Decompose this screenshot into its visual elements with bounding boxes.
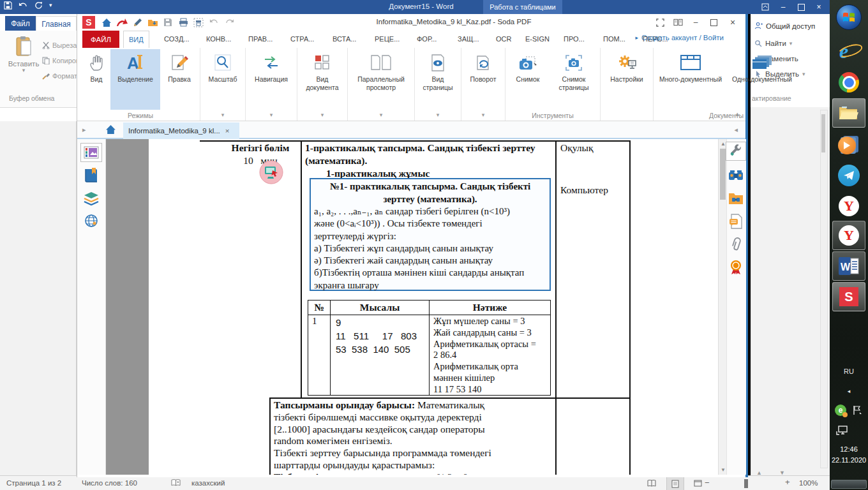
zoom-out-button[interactable]: − <box>705 478 710 487</box>
soda-maximize-button[interactable] <box>705 15 722 29</box>
create-account-link[interactable]: ▸ Создать аккаунт / Войти <box>635 34 724 41</box>
read-mode-icon[interactable] <box>669 15 687 29</box>
clock-time[interactable]: 12:46 <box>830 445 868 453</box>
pdf-document-tab[interactable]: Informatika_Metodika_9 kl... × <box>123 122 239 139</box>
page-snapshot-button[interactable]: Снимок страницы <box>549 49 599 110</box>
signature-panel-button[interactable] <box>726 258 746 277</box>
read-mode-button[interactable] <box>643 477 660 489</box>
word-restore-button[interactable] <box>791 0 811 14</box>
taskbar-telegram[interactable] <box>832 161 865 190</box>
attachments-panel-button[interactable] <box>726 235 746 254</box>
comments-panel-button[interactable] <box>726 212 746 231</box>
word-tab-file[interactable]: Файл <box>5 16 36 31</box>
soda-close-button[interactable]: × <box>724 15 742 29</box>
taskbar-chrome[interactable] <box>832 68 865 97</box>
tab-view[interactable]: ВИД <box>123 31 149 48</box>
word-ribbon-options-icon[interactable] <box>756 0 775 14</box>
home-icon[interactable] <box>99 15 114 29</box>
edit-pen-icon[interactable] <box>130 15 145 29</box>
show-hidden-icons-button[interactable]: ◂ <box>830 388 868 394</box>
redo-icon[interactable] <box>221 15 237 29</box>
cut-button[interactable]: Вырезать <box>42 38 77 52</box>
open-folder-icon[interactable] <box>145 15 160 29</box>
web-layout-button[interactable] <box>689 477 706 489</box>
clock-date[interactable]: 22.11.2020 <box>830 456 868 464</box>
tab-create[interactable]: СОЗД... <box>159 31 195 47</box>
navigation-group-caret-icon[interactable]: ▾ <box>247 110 296 121</box>
tab-convert[interactable]: КОНВ... <box>201 31 236 47</box>
tab-forms[interactable]: ФОР... <box>412 31 442 47</box>
status-page-indicator[interactable]: Страница 1 из 2 <box>6 479 61 487</box>
word-page-up-button[interactable]: ▲ <box>756 470 762 475</box>
print-layout-button[interactable] <box>666 477 684 490</box>
find-button[interactable]: Найти ▾ <box>754 40 792 47</box>
language-indicator[interactable]: RU <box>830 368 868 375</box>
close-tab-icon[interactable]: × <box>225 127 230 135</box>
fullscreen-icon[interactable] <box>651 15 669 29</box>
settings-button[interactable]: Настройки <box>602 49 652 110</box>
collapse-ribbon-icon[interactable]: ▴ <box>735 111 739 117</box>
tray-network-icon[interactable] <box>835 424 850 438</box>
soda-minimize-button[interactable]: – <box>687 15 705 29</box>
taskbar-internet-explorer[interactable]: e <box>832 36 865 65</box>
right-panel-chevron-icon[interactable]: ◂ <box>734 127 738 133</box>
search-files-panel-button[interactable] <box>726 189 746 208</box>
tools-panel-button[interactable] <box>726 142 746 161</box>
tab-file[interactable]: ФАЙЛ <box>82 31 119 48</box>
save-icon[interactable] <box>160 15 176 29</box>
tab-review[interactable]: РЕЦЕ... <box>370 31 405 47</box>
edit-mode-button[interactable]: Правка <box>160 49 198 110</box>
proofing-errors-icon[interactable] <box>171 479 181 487</box>
tab-secure[interactable]: ЗАЩ... <box>453 31 484 47</box>
home-tab-icon[interactable] <box>105 124 116 135</box>
paste-button[interactable]: Вставить ▾ <box>6 36 41 97</box>
word-context-tab-table-tools[interactable]: Работа с таблицами <box>483 0 562 14</box>
parallel-view-button[interactable]: Параллельный просмотр <box>349 49 413 110</box>
scroll-up-icon[interactable]: ▲ <box>721 141 726 147</box>
tab-edit[interactable]: ПРАВ... <box>243 31 278 47</box>
print-icon[interactable] <box>176 15 191 29</box>
copy-button[interactable]: Копировать <box>42 54 77 68</box>
document-view-caret-icon[interactable]: ▾ <box>299 110 346 121</box>
scroll-down-icon[interactable]: ▼ <box>721 467 726 473</box>
zoom-group-caret-icon[interactable]: ▾ <box>202 110 244 121</box>
view-mode-button[interactable]: Вид <box>82 49 110 110</box>
taskbar-explorer[interactable] <box>832 98 865 128</box>
zoom-button[interactable]: Масштаб <box>202 49 244 110</box>
select-mode-button[interactable]: A Выделение <box>110 49 160 110</box>
word-minimize-button[interactable]: – <box>774 0 793 14</box>
page-view-button[interactable]: Вид страницы <box>416 49 460 110</box>
thumbnails-panel-button[interactable] <box>80 143 102 162</box>
tab-pages[interactable]: СТРА... <box>285 31 319 47</box>
soda-quick-action-icon[interactable] <box>114 15 130 29</box>
undo-icon[interactable] <box>206 15 221 29</box>
word-zoom-slider-thumb[interactable] <box>744 479 748 488</box>
start-button[interactable] <box>832 3 865 32</box>
left-panel-chevron-icon[interactable]: ▸ <box>82 127 86 133</box>
tab-insert[interactable]: ВСТА... <box>327 31 361 47</box>
word-page-down-button[interactable]: ▼ <box>779 470 785 475</box>
tray-eset-icon[interactable]: e <box>834 403 848 417</box>
navigation-button[interactable]: Навигация <box>247 49 296 110</box>
taskbar-media-player[interactable] <box>832 130 865 160</box>
rotate-button[interactable]: Поворот <box>463 49 504 110</box>
page-view-caret-icon[interactable]: ▾ <box>416 110 460 121</box>
single-document-button[interactable]: Одно-документный <box>726 49 798 110</box>
tab-esign[interactable]: E-SIGN <box>520 31 555 47</box>
word-close-button[interactable]: × <box>809 0 828 14</box>
undo-icon[interactable] <box>19 2 28 10</box>
customize-qat-caret-icon[interactable]: ▾ <box>49 3 52 8</box>
share-button[interactable]: Общий доступ <box>754 22 815 30</box>
word-zoom-percent[interactable]: 100% <box>799 479 818 487</box>
tray-action-center-flag-icon[interactable] <box>850 403 864 417</box>
web-panel-button[interactable] <box>80 211 102 230</box>
word-vertical-scrollbar[interactable] <box>820 110 828 468</box>
layers-panel-button[interactable] <box>80 189 102 208</box>
bookmarks-panel-button[interactable] <box>80 166 102 185</box>
show-desktop-button[interactable] <box>831 480 867 489</box>
parallel-view-caret-icon[interactable]: ▾ <box>349 110 413 121</box>
multi-document-button[interactable]: Много-документный <box>655 49 726 110</box>
taskbar-yandex-2[interactable]: Y <box>832 221 865 250</box>
computer-activity-icon[interactable] <box>258 160 284 185</box>
tab-pro[interactable]: ПРО... <box>558 31 590 47</box>
